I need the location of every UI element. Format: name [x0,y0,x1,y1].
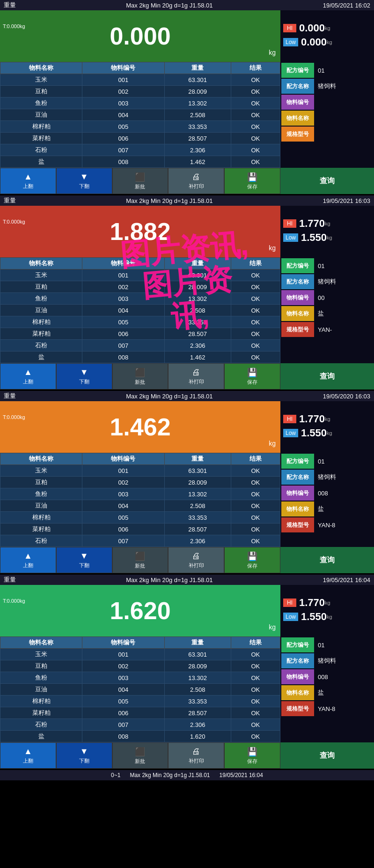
side-key: 配方编号 [281,258,314,273]
side-key: 规格型号 [281,127,314,142]
query-button[interactable]: 查询 [280,363,374,389]
table-cell: OK [231,328,280,340]
table-row[interactable]: 盐0081.620OK [0,731,280,742]
toolbar-btn-上翻[interactable]: ▲上翻 [0,742,56,769]
hi-unit: kg [325,25,330,31]
side-info-row: 物料编号 [281,95,373,110]
table-cell: 004 [82,684,164,696]
table-cell: 28.507 [164,707,231,719]
side-val: 猪饲料 [314,657,373,665]
table-cell: 63.301 [164,74,231,86]
panel-4: 重量 Max 2kg Min 20g d=1g J1.58.01 19/05/2… [0,575,374,770]
table-row[interactable]: 棉籽粕00533.353OK [0,696,280,707]
side-info-row: 物料名称 盐 [281,501,373,516]
table-cell: 005 [82,121,164,133]
btn-icon: ▲ [24,172,32,182]
btn-label: 下翻 [79,562,89,569]
query-button[interactable]: 查询 [280,547,374,573]
table-cell: 豆油 [0,305,82,316]
toolbar-btn-上翻[interactable]: ▲上翻 [0,363,56,389]
table-row[interactable]: 玉米00163.301OK [0,465,280,477]
table-row[interactable]: 鱼粉00313.302OK [0,672,280,684]
table-cell: 2.306 [164,144,231,156]
table-row[interactable]: 豆油0042.508OK [0,305,280,316]
table-row[interactable]: 鱼粉00313.302OK [0,97,280,109]
table-row[interactable]: 石粉0072.306OK [0,719,280,731]
table-row[interactable]: 石粉0072.306OK [0,340,280,352]
toolbar-btn-新批[interactable]: ⬛新批 [112,547,169,573]
table-row[interactable]: 菜籽粕00628.507OK [0,328,280,340]
table-cell: 鱼粉 [0,488,82,500]
toolbar-btn-上翻[interactable]: ▲上翻 [0,168,56,194]
table-row[interactable]: 玉米00163.301OK [0,269,280,281]
table-row[interactable]: 石粉0072.306OK [0,144,280,156]
toolbar-btn-保存[interactable]: 💾保存 [224,363,280,389]
data-table: 物料名称物料编号重量结果玉米00163.301OK豆粕00228.009OK鱼粉… [0,453,280,547]
table-row[interactable]: 盐0081.462OK [0,156,280,168]
table-cell: OK [231,281,280,293]
table-row[interactable]: 棉籽粕00533.353OK [0,512,280,524]
toolbar: ▲上翻▼下翻⬛新批🖨补打印💾保存查询 [0,742,374,769]
table-row[interactable]: 石粉0072.306OK [0,535,280,547]
table-row[interactable]: 豆油0042.508OK [0,109,280,121]
toolbar-btn-补打印[interactable]: 🖨补打印 [168,363,224,389]
table-cell: 33.353 [164,512,231,524]
toolbar-btn-下翻[interactable]: ▼下翻 [56,168,112,194]
query-button[interactable]: 查询 [280,168,374,194]
weight-area: T:0.000kg 0.000 kg HI 0.000 kg Low 0.000… [0,10,374,62]
btn-label: 保存 [247,183,257,190]
table-row[interactable]: 豆油0042.508OK [0,684,280,696]
table-row[interactable]: 豆粕00228.009OK [0,281,280,293]
table-header: 重量 [164,453,231,465]
toolbar-btn-补打印[interactable]: 🖨补打印 [168,547,224,573]
table-cell: 004 [82,109,164,121]
table-row[interactable]: 盐0081.462OK [0,352,280,363]
table-row[interactable]: 玉米00163.301OK [0,74,280,86]
query-button[interactable]: 查询 [280,742,374,769]
toolbar-btn-补打印[interactable]: 🖨补打印 [168,742,224,769]
toolbar-btn-新批[interactable]: ⬛新批 [112,363,169,389]
toolbar-btn-上翻[interactable]: ▲上翻 [0,547,56,573]
toolbar-btn-保存[interactable]: 💾保存 [224,547,280,573]
table-cell: 002 [82,660,164,672]
table-cell: 001 [82,269,164,281]
table-row[interactable]: 豆油0042.508OK [0,500,280,512]
table-row[interactable]: 菜籽粕00628.507OK [0,524,280,535]
low-label: Low [283,613,298,621]
toolbar-btn-保存[interactable]: 💾保存 [224,168,280,194]
btn-label: 下翻 [79,757,89,764]
table-row[interactable]: 棉籽粕00533.353OK [0,316,280,328]
table-header: 重量 [164,637,231,649]
table-row[interactable]: 棉籽粕00533.353OK [0,121,280,133]
toolbar-btn-下翻[interactable]: ▼下翻 [56,547,112,573]
side-val: 01 [314,262,373,269]
table-row[interactable]: 豆粕00228.009OK [0,86,280,97]
table-cell: 003 [82,672,164,684]
table-cell: 豆粕 [0,86,82,97]
side-key: 配方编号 [281,454,314,469]
toolbar-btn-下翻[interactable]: ▼下翻 [56,742,112,769]
toolbar-btn-补打印[interactable]: 🖨补打印 [168,168,224,194]
toolbar-btn-新批[interactable]: ⬛新批 [112,168,169,194]
table-row[interactable]: 豆粕00228.009OK [0,477,280,488]
table-cell: OK [231,500,280,512]
side-key: 配方名称 [281,470,314,485]
table-cell: 1.462 [164,156,231,168]
toolbar-btn-保存[interactable]: 💾保存 [224,742,280,769]
table-row[interactable]: 菜籽粕00628.507OK [0,133,280,144]
toolbar-btn-下翻[interactable]: ▼下翻 [56,363,112,389]
table-row[interactable]: 鱼粉00313.302OK [0,293,280,305]
table-cell: 玉米 [0,465,82,477]
table-row[interactable]: 鱼粉00313.302OK [0,488,280,500]
table-cell: 13.302 [164,97,231,109]
low-value: 1.550 [301,427,327,439]
table-cell: 007 [82,719,164,731]
table-row[interactable]: 豆粕00228.009OK [0,660,280,672]
toolbar-btn-新批[interactable]: ⬛新批 [112,742,169,769]
table-cell: 001 [82,649,164,660]
tare-line: T:0.000kg [3,219,25,224]
low-label: Low [283,429,298,437]
table-row[interactable]: 玉米00163.301OK [0,649,280,660]
table-row[interactable]: 菜籽粕00628.507OK [0,707,280,719]
btn-label: 新批 [135,379,145,386]
